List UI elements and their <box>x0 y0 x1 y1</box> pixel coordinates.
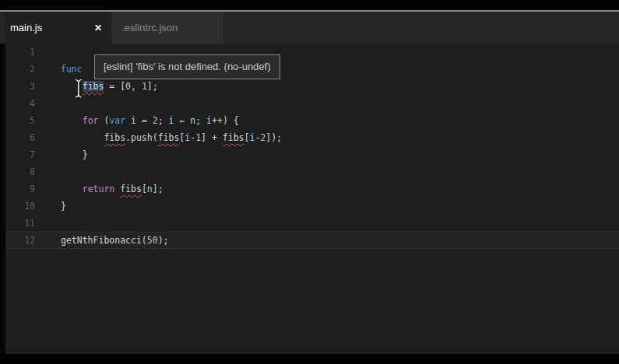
editor[interactable]: 12func3 fibs = [0, 1];45 for (var i = 2;… <box>5 44 619 354</box>
code-text: } <box>61 198 66 215</box>
eslint-error-tooltip: [eslint] 'fibs' is not defined. (no-unde… <box>94 54 280 79</box>
line-number: 8 <box>5 163 35 180</box>
code-line[interactable]: 6 fibs.push(fibs[i-1] + fibs[i-2]); <box>5 129 619 146</box>
line-number: 12 <box>5 232 35 249</box>
code-text: } <box>61 146 88 163</box>
line-number: 6 <box>5 129 35 146</box>
code-text: func <box>61 61 83 78</box>
line-number: 5 <box>5 112 35 129</box>
line-number: 4 <box>5 95 35 112</box>
code-line[interactable]: 8 <box>5 163 619 180</box>
tab-main-js[interactable]: main.js ✕ <box>5 12 111 44</box>
code-line[interactable]: 5 for (var i = 2; i ⇐ n; i++) { <box>5 112 619 129</box>
code-line[interactable]: 11 <box>5 215 619 232</box>
line-number: 9 <box>5 180 35 198</box>
code-text: return fibs[n]; <box>61 180 164 198</box>
line-number: 7 <box>5 146 35 163</box>
code-line[interactable]: 9 return fibs[n]; <box>5 180 619 198</box>
code-editor-window: main.js ✕ .eslintrc.json 12func3 fibs = … <box>0 0 619 364</box>
code-line[interactable]: 3 fibs = [0, 1]; <box>5 78 619 95</box>
code-line[interactable]: 4 <box>5 95 619 112</box>
window-bottom-bar <box>0 354 619 364</box>
line-number: 11 <box>5 215 35 232</box>
text-ibeam-cursor <box>72 78 85 100</box>
code-text: for (var i = 2; i ⇐ n; i++) { <box>61 112 239 129</box>
code-text: getNthFibonacci(50); <box>61 232 169 249</box>
code-text: fibs.push(fibs[i-1] + fibs[i-2]); <box>61 129 282 146</box>
line-number: 3 <box>5 78 35 95</box>
code-line[interactable]: 7 } <box>5 146 619 163</box>
tab-label: main.js <box>10 22 42 33</box>
tab-eslintrc-json[interactable]: .eslintrc.json <box>111 12 223 44</box>
line-number: 10 <box>5 198 35 215</box>
code-line[interactable]: 12getNthFibonacci(50); <box>5 232 619 249</box>
line-number: 1 <box>5 44 35 61</box>
code-line[interactable]: 10} <box>5 198 619 215</box>
window-top-bar <box>0 0 619 10</box>
tab-bar: main.js ✕ .eslintrc.json <box>0 12 619 44</box>
close-icon[interactable]: ✕ <box>94 23 102 33</box>
tab-label: .eslintrc.json <box>121 22 178 33</box>
line-number: 2 <box>5 61 35 78</box>
